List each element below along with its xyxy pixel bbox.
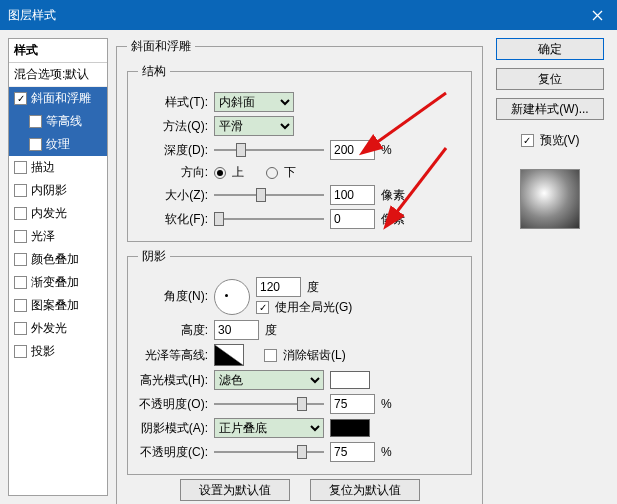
style-item-0[interactable]: 斜面和浮雕: [9, 87, 107, 110]
style-item-9[interactable]: 图案叠加: [9, 294, 107, 317]
style-label: 内发光: [31, 205, 67, 222]
style-label: 颜色叠加: [31, 251, 79, 268]
right-panel: 确定 复位 新建样式(W)... 预览(V): [491, 38, 609, 496]
highlight-opacity-slider[interactable]: [214, 396, 324, 412]
gloss-label: 光泽等高线:: [138, 347, 208, 364]
angle-label: 角度(N):: [138, 288, 208, 305]
preview-thumbnail: [520, 169, 580, 229]
style-item-3[interactable]: 描边: [9, 156, 107, 179]
style-checkbox[interactable]: [14, 253, 27, 266]
titlebar: 图层样式: [0, 0, 617, 30]
size-slider[interactable]: [214, 187, 324, 203]
style-label: 内阴影: [31, 182, 67, 199]
direction-up-radio[interactable]: [214, 167, 226, 179]
style-item-8[interactable]: 渐变叠加: [9, 271, 107, 294]
highlight-opacity-label: 不透明度(O):: [138, 396, 208, 413]
style-label: 等高线: [46, 113, 82, 130]
global-light-checkbox[interactable]: [256, 301, 269, 314]
size-input[interactable]: [330, 185, 375, 205]
antialias-checkbox[interactable]: [264, 349, 277, 362]
style-checkbox[interactable]: [14, 161, 27, 174]
make-default-button[interactable]: 设置为默认值: [180, 479, 290, 501]
style-label: 投影: [31, 343, 55, 360]
blending-options[interactable]: 混合选项:默认: [9, 63, 107, 87]
structure-legend: 结构: [138, 63, 170, 80]
style-item-2[interactable]: 纹理: [9, 133, 107, 156]
style-label: 渐变叠加: [31, 274, 79, 291]
style-checkbox[interactable]: [14, 322, 27, 335]
style-item-10[interactable]: 外发光: [9, 317, 107, 340]
angle-control[interactable]: [214, 279, 250, 315]
style-checkbox[interactable]: [14, 184, 27, 197]
global-light-label: 使用全局光(G): [275, 299, 352, 316]
style-label: 描边: [31, 159, 55, 176]
technique-label: 方法(Q):: [138, 118, 208, 135]
styles-panel: 样式 混合选项:默认 斜面和浮雕等高线纹理描边内阴影内发光光泽颜色叠加渐变叠加图…: [8, 38, 108, 496]
highlight-mode-select[interactable]: 滤色: [214, 370, 324, 390]
shadow-opacity-label: 不透明度(C):: [138, 444, 208, 461]
style-label: 外发光: [31, 320, 67, 337]
highlight-opacity-unit: %: [381, 397, 392, 411]
structure-group: 结构 样式(T): 内斜面 方法(Q): 平滑 深度(D): % 方向:: [127, 63, 472, 242]
style-checkbox[interactable]: [14, 276, 27, 289]
depth-unit: %: [381, 143, 392, 157]
style-select[interactable]: 内斜面: [214, 92, 294, 112]
style-checkbox[interactable]: [14, 207, 27, 220]
depth-label: 深度(D):: [138, 142, 208, 159]
shadow-opacity-slider[interactable]: [214, 444, 324, 460]
styles-header: 样式: [9, 39, 107, 63]
style-checkbox[interactable]: [29, 138, 42, 151]
bevel-legend: 斜面和浮雕: [127, 38, 195, 55]
size-unit: 像素: [381, 187, 405, 204]
style-item-11[interactable]: 投影: [9, 340, 107, 363]
soften-input[interactable]: [330, 209, 375, 229]
direction-down-radio[interactable]: [266, 167, 278, 179]
style-checkbox[interactable]: [14, 230, 27, 243]
shading-group: 阴影 角度(N): 度 使用全局光(G): [127, 248, 472, 475]
style-item-7[interactable]: 颜色叠加: [9, 248, 107, 271]
direction-down-label: 下: [284, 164, 296, 181]
style-item-5[interactable]: 内发光: [9, 202, 107, 225]
shading-legend: 阴影: [138, 248, 170, 265]
cancel-button[interactable]: 复位: [496, 68, 604, 90]
depth-input[interactable]: [330, 140, 375, 160]
altitude-input[interactable]: [214, 320, 259, 340]
technique-select[interactable]: 平滑: [214, 116, 294, 136]
angle-unit: 度: [307, 279, 319, 296]
antialias-label: 消除锯齿(L): [283, 347, 346, 364]
shadow-mode-label: 阴影模式(A):: [138, 420, 208, 437]
bevel-group: 斜面和浮雕 结构 样式(T): 内斜面 方法(Q): 平滑 深度(D): %: [116, 38, 483, 504]
settings-panel: 斜面和浮雕 结构 样式(T): 内斜面 方法(Q): 平滑 深度(D): %: [116, 38, 483, 496]
direction-up-label: 上: [232, 164, 244, 181]
reset-default-button[interactable]: 复位为默认值: [310, 479, 420, 501]
style-checkbox[interactable]: [14, 299, 27, 312]
preview-checkbox[interactable]: [521, 134, 534, 147]
close-button[interactable]: [577, 0, 617, 30]
shadow-opacity-input[interactable]: [330, 442, 375, 462]
highlight-opacity-input[interactable]: [330, 394, 375, 414]
preview-label: 预览(V): [540, 132, 580, 149]
style-checkbox[interactable]: [14, 345, 27, 358]
style-checkbox[interactable]: [14, 92, 27, 105]
highlight-color-swatch[interactable]: [330, 371, 370, 389]
gloss-contour[interactable]: [214, 344, 244, 366]
highlight-mode-label: 高光模式(H):: [138, 372, 208, 389]
style-label: 图案叠加: [31, 297, 79, 314]
ok-button[interactable]: 确定: [496, 38, 604, 60]
size-label: 大小(Z):: [138, 187, 208, 204]
style-checkbox[interactable]: [29, 115, 42, 128]
style-label: 纹理: [46, 136, 70, 153]
style-item-4[interactable]: 内阴影: [9, 179, 107, 202]
shadow-mode-select[interactable]: 正片叠底: [214, 418, 324, 438]
style-label: 样式(T):: [138, 94, 208, 111]
depth-slider[interactable]: [214, 142, 324, 158]
angle-input[interactable]: [256, 277, 301, 297]
altitude-label: 高度:: [138, 322, 208, 339]
soften-slider[interactable]: [214, 211, 324, 227]
close-icon: [592, 10, 603, 21]
style-item-6[interactable]: 光泽: [9, 225, 107, 248]
new-style-button[interactable]: 新建样式(W)...: [496, 98, 604, 120]
altitude-unit: 度: [265, 322, 277, 339]
style-item-1[interactable]: 等高线: [9, 110, 107, 133]
shadow-color-swatch[interactable]: [330, 419, 370, 437]
